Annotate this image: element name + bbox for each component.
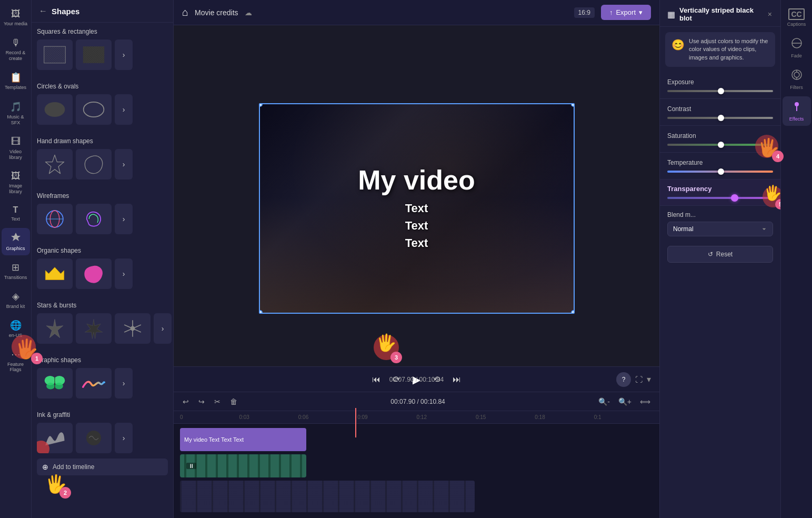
exposure-thumb[interactable]: [718, 88, 724, 94]
shape-thumb-rect1[interactable]: [37, 39, 73, 70]
home-icon[interactable]: ⌂: [182, 6, 188, 18]
shape-thumb-snowflake[interactable]: [115, 313, 151, 344]
expand-button[interactable]: ⛶: [635, 375, 643, 384]
shape-thumb-wire2[interactable]: [76, 204, 112, 234]
record-icon: 🎙: [11, 37, 21, 48]
sidebar-item-brand[interactable]: ◈ Brand kit: [2, 286, 30, 313]
stars-more-button[interactable]: ›: [154, 313, 172, 344]
sidebar-label-transitions: Transitions: [4, 275, 27, 280]
video-clip-waveform: ⏸: [184, 454, 302, 477]
export-button[interactable]: ↑ Export ▾: [601, 5, 651, 20]
organic-more-button[interactable]: ›: [115, 258, 133, 289]
add-to-timeline-bar[interactable]: ⊕ Add to timeline: [37, 459, 168, 475]
ruler-mark-7: 0:1: [594, 414, 653, 420]
ink-more-button[interactable]: ›: [115, 423, 133, 453]
temperature-slider[interactable]: [667, 171, 773, 173]
shape-thumb-blob[interactable]: [76, 149, 112, 180]
sidebar-label-graphics: Graphics: [6, 246, 25, 251]
sidebar-item-en-us[interactable]: 🌐 en-US: [2, 315, 30, 342]
filters-icon: [791, 69, 803, 83]
video-canvas[interactable]: My video Text Text Text: [259, 103, 575, 314]
tool-filters[interactable]: Filters: [783, 65, 811, 94]
add-to-timeline-label: Add to timeline: [53, 463, 94, 471]
tool-fade[interactable]: Fade: [783, 33, 811, 63]
playback-right-tools: ? ⛶ ▾: [616, 372, 651, 387]
shape-thumb-wave[interactable]: [76, 368, 112, 399]
sidebar-item-image-library[interactable]: 🖼 Image library: [2, 166, 30, 199]
section-title-organic: Organic shapes: [37, 247, 168, 254]
handle-bottom-left[interactable]: [259, 310, 263, 314]
contrast-slider[interactable]: [667, 117, 773, 119]
section-squares-rectangles: Squares & rectangles ›: [32, 23, 173, 77]
hand-drawn-more-button[interactable]: ›: [115, 149, 133, 180]
sidebar-item-graphics[interactable]: Graphics: [2, 228, 30, 255]
contrast-thumb[interactable]: [718, 115, 724, 121]
saturation-slider-row: [667, 144, 773, 146]
video-clip[interactable]: ⏸: [180, 454, 306, 477]
transparency-slider[interactable]: [667, 197, 773, 199]
undo-button[interactable]: ↩: [180, 396, 192, 407]
sidebar-label-brand: Brand kit: [6, 304, 25, 309]
svg-point-23: [55, 383, 63, 389]
shape-thumb-crown[interactable]: [37, 258, 73, 289]
tool-captions[interactable]: CC Captions: [783, 4, 811, 31]
sidebar-label-your-media: Your media: [4, 21, 27, 27]
ruler-mark-0: 0: [180, 414, 239, 420]
shape-thumb-starburst2[interactable]: [37, 313, 73, 344]
help-button[interactable]: ?: [616, 372, 631, 387]
sidebar-item-transitions[interactable]: ⊞ Transitions: [2, 257, 30, 284]
shape-thumb-wire1[interactable]: [37, 204, 73, 234]
shape-thumb-starburst[interactable]: [37, 149, 73, 180]
handle-bottom-right[interactable]: [571, 310, 575, 314]
blend-mode-select[interactable]: Normal Multiply Screen Overlay Darken Li…: [667, 222, 773, 236]
image-library-icon: 🖼: [11, 171, 21, 182]
circles-more-button[interactable]: ›: [115, 94, 133, 125]
timeline-tracks: My video Text Text Text ⏸: [174, 424, 659, 518]
exposure-slider[interactable]: [667, 90, 773, 92]
shape-thumb-oval2[interactable]: [76, 94, 112, 125]
sidebar-item-templates[interactable]: 📋 Templates: [2, 67, 30, 95]
sidebar-item-your-media[interactable]: 🖼 Your media: [2, 4, 30, 31]
transparency-thumb[interactable]: [731, 194, 738, 202]
sidebar-item-text[interactable]: T Text: [2, 201, 30, 226]
text-track: My video Text Text Text: [180, 428, 653, 451]
right-panel: ▦ Vertically striped black blot × 😊 Use …: [659, 0, 780, 518]
wireframes-more-button[interactable]: ›: [115, 204, 133, 234]
skip-back-button[interactable]: ⏮: [370, 373, 383, 386]
background-clip[interactable]: [180, 481, 475, 512]
panel-item-title: Vertically striped black blot: [679, 6, 763, 22]
close-panel-button[interactable]: ×: [767, 9, 773, 19]
cut-button[interactable]: ✂: [212, 396, 223, 407]
shape-thumb-rect2[interactable]: [76, 39, 112, 70]
saturation-thumb[interactable]: [718, 142, 724, 148]
zoom-out-button[interactable]: 🔍-: [596, 396, 613, 407]
sidebar-item-music[interactable]: 🎵 Music & SFX: [2, 97, 30, 130]
shape-thumb-oval1[interactable]: [37, 94, 73, 125]
exposure-label: Exposure: [667, 78, 773, 86]
sidebar-item-record[interactable]: 🎙 Record & create: [2, 33, 30, 66]
zoom-in-button[interactable]: 🔍+: [616, 396, 634, 407]
timeline-toolbar: ↩ ↪ ✂ 🗑 00:07.90 / 00:10.84 🔍- 🔍+ ⟺: [174, 392, 659, 411]
squares-more-button[interactable]: ›: [115, 39, 133, 70]
shape-thumb-butterfly[interactable]: [37, 368, 73, 399]
fit-timeline-button[interactable]: ⟺: [637, 396, 653, 407]
sidebar-item-video-library[interactable]: 🎞 Video library: [2, 132, 30, 165]
shape-thumb-ink2[interactable]: [76, 423, 112, 453]
bg-track: [180, 481, 653, 512]
skip-forward-button[interactable]: ⏭: [450, 373, 463, 386]
delete-button[interactable]: 🗑: [227, 396, 240, 407]
scroll-down-icon[interactable]: ▾: [647, 374, 651, 384]
shape-thumb-ink1[interactable]: [37, 423, 73, 453]
back-button[interactable]: ←: [39, 6, 47, 16]
graphic-more-button[interactable]: ›: [115, 368, 133, 399]
sidebar-item-feature-flags[interactable]: ⋯ Feature Flags: [2, 344, 30, 376]
redo-button[interactable]: ↪: [196, 396, 207, 407]
shape-thumb-starburst3[interactable]: [76, 313, 112, 344]
temperature-thumb[interactable]: [718, 168, 724, 175]
blend-mode-label: Blend m...: [667, 211, 773, 218]
text-clip[interactable]: My video Text Text Text: [180, 428, 306, 451]
shape-thumb-blob-pink[interactable]: [76, 258, 112, 289]
saturation-slider[interactable]: [667, 144, 773, 146]
tool-effects[interactable]: Effects: [783, 96, 811, 126]
reset-button[interactable]: ↺ Reset: [667, 246, 773, 263]
